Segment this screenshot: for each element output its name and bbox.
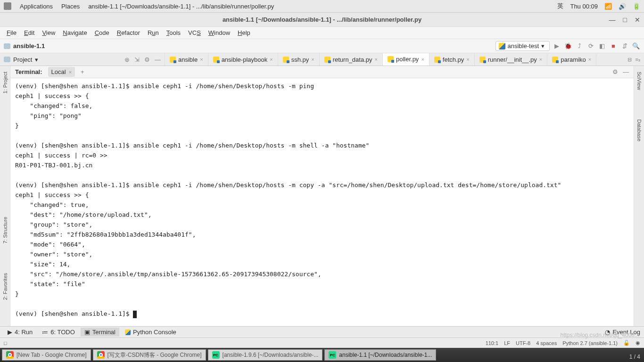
caret-position[interactable]: 110:1 (486, 340, 499, 346)
editor-tab[interactable]: return_data.py× (320, 53, 383, 66)
menu-applications[interactable]: Applications (20, 3, 53, 10)
clock[interactable]: Thu 00:09 (570, 3, 598, 10)
close-icon[interactable]: × (539, 57, 542, 62)
tool-run[interactable]: ▶4: Run (4, 328, 36, 337)
maximize-button[interactable]: □ (623, 16, 627, 24)
hide-icon[interactable]: — (623, 68, 629, 75)
lock-icon[interactable]: 🔓 (623, 340, 630, 346)
network-icon[interactable]: 📶 (604, 3, 612, 10)
tool-project[interactable]: 1: Project (2, 69, 8, 96)
line-separator[interactable]: LF (504, 340, 510, 346)
menu-edit[interactable]: Edit (21, 28, 37, 37)
tool-database[interactable]: Database (636, 116, 642, 144)
volume-icon[interactable]: 🔊 (619, 3, 626, 10)
editor-tab[interactable]: ssh.py× (278, 53, 320, 66)
gnome-top-bar: Applications Places ansible-1.1 [~/Downl… (0, 0, 644, 13)
activities-icon[interactable] (4, 2, 11, 10)
tool-todo[interactable]: ≔6: TODO (38, 328, 79, 337)
tab-label: ansible-playbook (222, 56, 268, 63)
inspections-icon[interactable]: ◉ (636, 340, 640, 346)
breadcrumb-root[interactable]: ansible-1.1 (13, 42, 45, 49)
python-icon (499, 43, 505, 49)
chrome-icon (97, 351, 105, 359)
close-icon[interactable]: × (270, 57, 272, 62)
taskbar-item[interactable]: ansible-1.1 [~/Downloads/ansible-1... (324, 349, 436, 361)
profile-button[interactable]: ⟳ (586, 42, 595, 49)
search-button[interactable]: 🔍 (632, 42, 640, 49)
new-terminal-tab[interactable]: + (81, 68, 84, 75)
menu-window[interactable]: Window (206, 28, 233, 37)
tab-label: return_data.py (333, 56, 372, 63)
hide-icon[interactable]: — (155, 56, 161, 63)
menu-run[interactable]: Run (145, 28, 162, 37)
os-taskbar: [New Tab - Google Chrome][写文章-CSDN博客 - G… (0, 348, 644, 362)
project-label[interactable]: Project (13, 56, 32, 63)
tool-favorites[interactable]: 2: Favorites (2, 270, 8, 303)
gear-icon[interactable]: ⚙ (612, 68, 618, 75)
editor-tab[interactable]: ansible-playbook× (208, 53, 278, 66)
project-tool-header: Project ▾ ⊕ ⇲ ⚙ — (0, 53, 165, 66)
tool-terminal[interactable]: ▣Terminal (81, 328, 119, 337)
editor-tab[interactable]: fetch.py× (429, 53, 475, 66)
locate-icon[interactable]: ⊕ (124, 56, 130, 63)
close-icon[interactable]: × (466, 57, 469, 62)
close-button[interactable]: ✕ (635, 16, 640, 24)
folder-icon (4, 43, 10, 49)
tab-options-icon[interactable]: ⊟ (627, 57, 632, 63)
battery-icon[interactable]: 🔋 (633, 3, 640, 10)
minimize-button[interactable]: — (609, 16, 616, 24)
stop-button[interactable]: ■ (609, 42, 618, 49)
run-button[interactable]: ▶ (553, 42, 561, 49)
editor-tab[interactable]: paramiko× (547, 53, 596, 66)
terminal-output[interactable]: (venv) [shen@shen ansible-1.1]$ ansible … (10, 78, 634, 326)
editor-tab[interactable]: poller.py× (383, 53, 429, 66)
close-icon[interactable]: × (421, 57, 424, 62)
taskbar-item[interactable]: [写文章-CSDN博客 - Google Chrome] (93, 349, 206, 361)
menu-tools[interactable]: Tools (164, 28, 183, 37)
menu-file[interactable]: File (4, 28, 19, 37)
python-file-icon (324, 57, 330, 63)
file-encoding[interactable]: UTF-8 (516, 340, 530, 346)
python-interpreter[interactable]: Python 2.7 (ansible-1.1) (562, 340, 618, 346)
menu-help[interactable]: Help (235, 28, 253, 37)
menu-navigate[interactable]: Navigate (60, 28, 90, 37)
menu-refactor[interactable]: Refactor (114, 28, 143, 37)
close-icon[interactable]: × (311, 57, 314, 62)
close-icon[interactable]: × (588, 57, 591, 62)
python-file-icon (283, 57, 289, 63)
chevron-down-icon[interactable]: ▾ (35, 56, 38, 63)
close-icon[interactable]: × (69, 69, 72, 75)
python-file-icon (170, 57, 176, 63)
editor-tabs-row: Project ▾ ⊕ ⇲ ⚙ — ansible×ansible-playbo… (0, 53, 644, 66)
concurrency-button[interactable]: ◧ (598, 42, 606, 49)
tool-structure[interactable]: 7: Structure (2, 214, 8, 247)
tool-sciview[interactable]: SciView (636, 69, 642, 93)
terminal-tab-local[interactable]: Local × (48, 67, 75, 77)
editor-tab[interactable]: runner/__init__.py× (475, 53, 548, 66)
taskbar-item[interactable]: [New Tab - Google Chrome] (2, 349, 91, 361)
taskbar-item[interactable]: [ansible-1.9.6 [~/Downloads/ansible-... (208, 349, 323, 361)
tab-list-icon[interactable]: ≡₂ (636, 57, 640, 63)
status-message-icon[interactable]: □ (4, 340, 7, 346)
menu-view[interactable]: View (39, 28, 58, 37)
debug-button[interactable]: 🐞 (564, 42, 572, 49)
menu-vcs[interactable]: VCS (185, 28, 204, 37)
tool-event-log[interactable]: ◔Event Log (605, 329, 640, 336)
close-icon[interactable]: × (200, 57, 203, 62)
run-config-selector[interactable]: ansible-test ▾ (495, 41, 550, 51)
close-icon[interactable]: × (375, 57, 378, 62)
editor-tab[interactable]: ansible× (165, 53, 208, 66)
menu-code[interactable]: Code (92, 28, 112, 37)
menu-places[interactable]: Places (61, 3, 80, 10)
indent-settings[interactable]: 4 spaces (536, 340, 557, 346)
bottom-tool-tabs: ▶4: Run ≔6: TODO ▣Terminal Python Consol… (0, 326, 644, 337)
coverage-button[interactable]: ⤴ (575, 42, 584, 49)
gear-icon[interactable]: ⚙ (144, 56, 150, 63)
collapse-icon[interactable]: ⇲ (134, 56, 140, 63)
tool-python-console[interactable]: Python Console (121, 328, 180, 337)
vcs-update-icon[interactable]: ⇵ (620, 42, 629, 49)
ime-indicator[interactable]: 英 (557, 2, 563, 10)
python-file-icon (479, 57, 486, 63)
gnome-window-title: ansible-1.1 [~/Downloads/ansible-1.1] - … (88, 3, 274, 10)
status-bar: □ 110:1 LF UTF-8 4 spaces Python 2.7 (an… (0, 337, 644, 348)
